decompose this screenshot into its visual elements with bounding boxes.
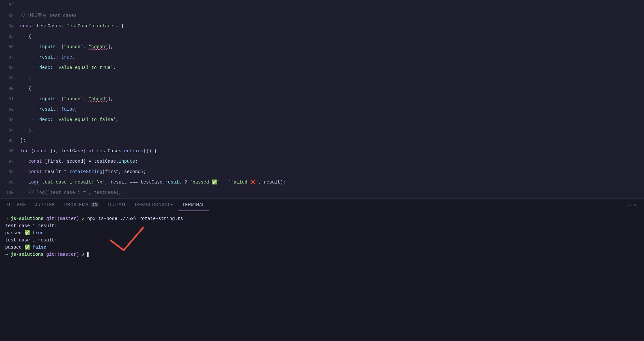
- code-line-86: 86 ·······inputs: ["abcde", "cdeab"],: [0, 42, 644, 52]
- code-line-88: 88 ·······desc: 'value equal to true',: [0, 62, 644, 73]
- tab-terminal[interactable]: TERMINAL: [178, 199, 209, 211]
- tab-output[interactable]: OUTPUT: [104, 199, 131, 211]
- code-line-90: 90 ···{: [0, 83, 644, 94]
- code-line-89: 89 ···},: [0, 73, 644, 83]
- code-line-87: 87 ·······result: true,: [0, 52, 644, 62]
- terminal-output-4: passed ✅ false: [5, 244, 639, 251]
- panel-tabs: GITLENS JUPYTER PROBLEMS 10 OUTPUT DEBUG…: [0, 199, 644, 211]
- tab-gitlens[interactable]: GITLENS: [3, 199, 31, 211]
- code-line-96: 96 for (const [i, testCase] of testCases…: [0, 146, 644, 156]
- terminal-content[interactable]: → js-solutions git:(master) ✗ npx ts-nod…: [0, 211, 644, 262]
- code-line-85: 85 ···{: [0, 31, 644, 42]
- code-line-92: 92 ·······result: false,: [0, 104, 644, 115]
- problems-badge: 10: [91, 202, 99, 207]
- code-line-83: 83 // 测试用例 test cases: [0, 10, 644, 21]
- code-line-82: 82: [0, 0, 644, 10]
- terminal-prompt-2: → js-solutions git:(master) ✗ ▌: [5, 251, 639, 258]
- terminal-title-button[interactable]: ▷ zsh -: [623, 203, 641, 207]
- code-line-100: 100 ···// log(`test case i =`, testCase)…: [0, 187, 644, 198]
- code-line-84: 84 const testCases: TestCaseInterface = …: [0, 21, 644, 31]
- code-line-99: 99 ···log(`test case i result: \n`, resu…: [0, 177, 644, 187]
- terminal-line-1: → js-solutions git:(master) ✗ npx ts-nod…: [5, 215, 639, 222]
- code-line-91: 91 ·······inputs: ["abcde", "abced"],: [0, 94, 644, 104]
- code-line-98: 98 ···const result = rotateString(first,…: [0, 167, 644, 177]
- code-line-94: 94 ···},: [0, 125, 644, 135]
- tab-jupyter[interactable]: JUPYTER: [31, 199, 60, 211]
- terminal-output-1: test case i result:: [5, 222, 639, 229]
- code-line-95: 95 ];: [0, 135, 644, 146]
- code-line-97: 97 ···const [first, second] = testCase.i…: [0, 156, 644, 167]
- editor-area: 82 83 // 测试用例 test cases 84 const testCa…: [0, 0, 644, 198]
- tab-problems[interactable]: PROBLEMS 10: [60, 199, 104, 211]
- terminal-output-3: test case i result:: [5, 237, 639, 244]
- terminal-output-2: passed ✅ true: [5, 229, 639, 237]
- bottom-panel: GITLENS JUPYTER PROBLEMS 10 OUTPUT DEBUG…: [0, 198, 644, 341]
- tab-debug-console[interactable]: DEBUG CONSOLE: [131, 199, 178, 211]
- code-line-93: 93 ·······desc: 'value equal to false',: [0, 115, 644, 125]
